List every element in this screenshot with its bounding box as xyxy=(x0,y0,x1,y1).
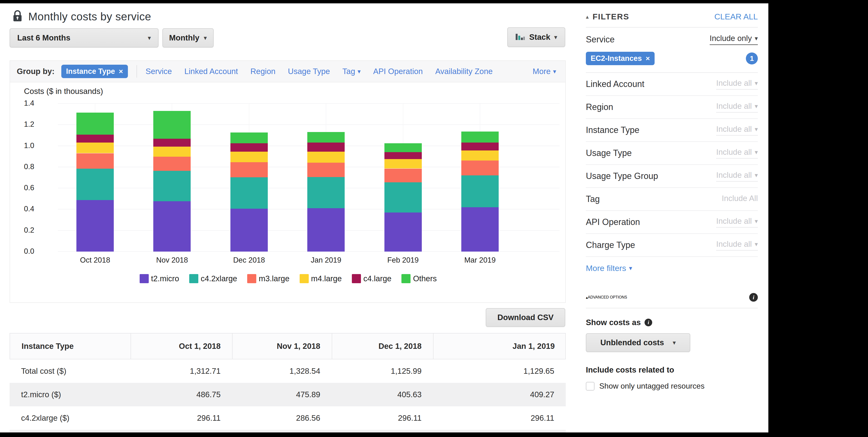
groupby-option-tag[interactable]: Tag▾ xyxy=(342,67,361,76)
bar-segment-c4-large[interactable] xyxy=(230,143,268,152)
bar-segment-m3-large[interactable] xyxy=(230,162,268,177)
filter-mode-dropdown[interactable]: Include all▾ xyxy=(716,79,758,90)
bar-segment-m4-large[interactable] xyxy=(307,152,345,163)
filter-row-region: RegionInclude all▾ xyxy=(586,96,758,119)
bar-segment-m3-large[interactable] xyxy=(307,163,345,177)
filter-mode-dropdown[interactable]: Include all▾ xyxy=(716,148,758,159)
lock-icon xyxy=(12,10,23,23)
group-by-bar: Group by: Instance Type × ServiceLinked … xyxy=(10,61,565,83)
y-tick-label: 1.4 xyxy=(24,99,48,107)
group-by-active-tag[interactable]: Instance Type × xyxy=(61,65,128,78)
groupby-option-usage-type[interactable]: Usage Type xyxy=(288,67,330,76)
filter-label-service: Service xyxy=(586,34,615,44)
bar-segment-t2-micro[interactable] xyxy=(153,201,191,252)
advanced-options-title: ADVANCED OPTIONS xyxy=(588,295,627,300)
chart-style-dropdown[interactable]: Stack ▾ xyxy=(507,27,565,47)
bar-segment-m4-large[interactable] xyxy=(230,152,268,162)
bar-segment-c4-large[interactable] xyxy=(461,143,499,151)
groupby-option-region[interactable]: Region xyxy=(251,67,276,76)
filter-mode-value: Include all xyxy=(716,101,752,111)
close-icon[interactable]: × xyxy=(119,67,123,75)
bar-segment-c4-large[interactable] xyxy=(76,135,114,143)
bar-segment-c4-2xlarge[interactable] xyxy=(153,171,191,201)
more-filters-link[interactable]: More filters ▾ xyxy=(586,263,632,273)
bar-segment-m4-large[interactable] xyxy=(153,147,191,157)
bar-segment-others[interactable] xyxy=(230,132,268,143)
chevron-up-icon[interactable]: ▴ xyxy=(586,13,589,20)
bar-segment-others[interactable] xyxy=(461,131,499,143)
page-title: Monthly costs by service xyxy=(28,10,151,23)
bar-segment-c4-2xlarge[interactable] xyxy=(461,176,499,207)
bar-segment-t2-micro[interactable] xyxy=(307,208,345,252)
bar-segment-c4-2xlarge[interactable] xyxy=(76,169,114,200)
granularity-dropdown[interactable]: Monthly ▾ xyxy=(162,28,214,48)
bar-segment-m3-large[interactable] xyxy=(461,160,499,176)
bar-segment-m4-large[interactable] xyxy=(461,151,499,160)
table-row: Total cost ($)1,312.711,328.541,125.991,… xyxy=(9,360,566,383)
service-mode-dropdown[interactable]: Include only ▾ xyxy=(710,34,758,45)
filter-mode-dropdown[interactable]: Include all▾ xyxy=(716,217,758,228)
download-csv-button[interactable]: Download CSV xyxy=(486,308,565,327)
y-tick-label: 0.0 xyxy=(24,247,48,256)
time-range-value: Last 6 Months xyxy=(17,33,70,42)
time-range-dropdown[interactable]: Last 6 Months ▾ xyxy=(9,28,159,48)
clear-all-link[interactable]: CLEAR ALL xyxy=(714,12,758,21)
untagged-checkbox-row: Show only untagged resources xyxy=(586,382,758,391)
row-value: 1,125.99 xyxy=(332,360,433,383)
filter-mode-dropdown[interactable]: Include all▾ xyxy=(716,240,758,251)
chevron-down-icon: ▾ xyxy=(755,35,758,42)
costs-table: Instance TypeOct 1, 2018Nov 1, 2018Dec 1… xyxy=(9,333,566,432)
bar-segment-c4-2xlarge[interactable] xyxy=(307,177,345,209)
cost-type-dropdown[interactable]: Unblended costs ▾ xyxy=(586,333,690,352)
filter-mode-value: Include all xyxy=(716,240,752,249)
table-header-cell: Jan 1, 2019 xyxy=(434,334,566,359)
groupby-option-api-operation[interactable]: API Operation xyxy=(373,67,423,76)
legend-item-c4-large: c4.large xyxy=(352,274,391,283)
filter-mode-dropdown[interactable]: Include all▾ xyxy=(716,101,758,113)
bar-segment-c4-large[interactable] xyxy=(384,152,422,159)
info-icon[interactable]: i xyxy=(645,319,652,326)
bar-segment-m3-large[interactable] xyxy=(384,169,422,182)
service-filter-tag[interactable]: EC2-Instances × xyxy=(586,52,655,65)
chevron-down-icon: ▾ xyxy=(148,34,151,42)
bar-segment-c4-large[interactable] xyxy=(153,139,191,147)
filter-mode-value: Include all xyxy=(716,125,752,134)
bar-segment-others[interactable] xyxy=(76,113,114,135)
groupby-option-service[interactable]: Service xyxy=(146,67,172,76)
bar-segment-m3-large[interactable] xyxy=(153,157,191,171)
close-icon[interactable]: × xyxy=(646,54,650,63)
filter-mode-dropdown[interactable]: Include all▾ xyxy=(716,170,758,182)
chevron-down-icon: ▾ xyxy=(358,68,361,75)
bar-segment-others[interactable] xyxy=(307,132,345,143)
untagged-checkbox[interactable] xyxy=(586,382,594,391)
bar-segment-m4-large[interactable] xyxy=(76,143,114,153)
bar-segment-m3-large[interactable] xyxy=(76,153,114,169)
bar-segment-t2-micro[interactable] xyxy=(461,207,499,252)
bar-segment-others[interactable] xyxy=(384,143,422,152)
bar-segment-m4-large[interactable] xyxy=(384,159,422,169)
bar-segment-t2-micro[interactable] xyxy=(384,213,422,252)
bar-segment-c4-2xlarge[interactable] xyxy=(230,177,268,209)
group-by-label: Group by: xyxy=(17,67,55,76)
filter-mode-dropdown[interactable]: Include All xyxy=(722,194,758,205)
filter-mode-dropdown[interactable]: Include all▾ xyxy=(716,125,758,135)
service-mode-value: Include only xyxy=(710,34,752,43)
row-value: 1,129.65 xyxy=(433,360,566,383)
info-icon[interactable]: i xyxy=(749,293,758,302)
bar-segment-t2-micro[interactable] xyxy=(230,209,268,252)
bar-segment-c4-2xlarge[interactable] xyxy=(384,182,422,213)
legend-label: Others xyxy=(413,274,437,283)
bar-segment-c4-large[interactable] xyxy=(307,143,345,152)
filter-mode-value: Include all xyxy=(716,79,752,88)
filter-row-usage-type-group: Usage Type GroupInclude all▾ xyxy=(586,165,758,188)
groupby-option-more[interactable]: More▾ xyxy=(533,67,556,76)
filters-header: ▴ FILTERS CLEAR ALL xyxy=(586,3,758,28)
chevron-up-icon[interactable]: ▴ xyxy=(586,295,588,300)
groupby-option-label: Tag xyxy=(342,67,355,76)
y-tick-label: 0.8 xyxy=(24,162,48,171)
bar-segment-t2-micro[interactable] xyxy=(76,200,114,252)
groupby-option-availability-zone[interactable]: Availability Zone xyxy=(435,67,493,76)
groupby-option-label: Linked Account xyxy=(184,67,238,76)
bar-segment-others[interactable] xyxy=(153,111,191,138)
groupby-option-linked-account[interactable]: Linked Account xyxy=(184,67,238,76)
